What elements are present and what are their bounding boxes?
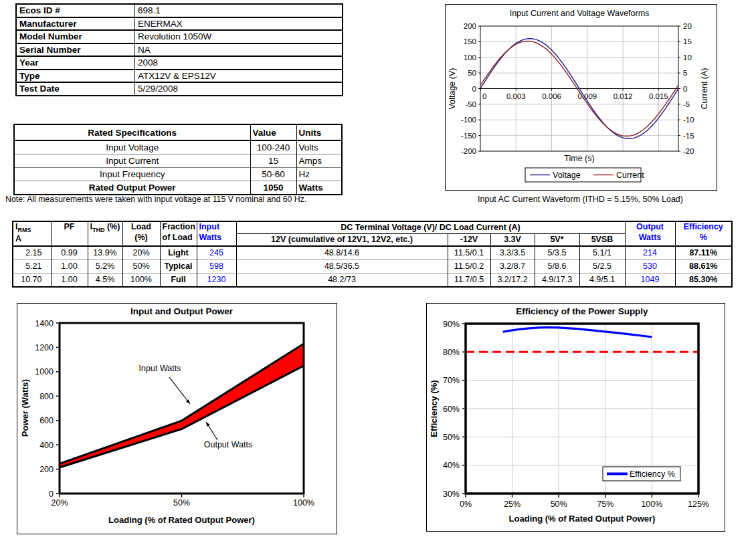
spec-units: Hz xyxy=(296,168,342,181)
svg-text:0.015: 0.015 xyxy=(649,92,668,100)
svg-text:10: 10 xyxy=(683,53,692,62)
load-value: 100% xyxy=(122,274,160,288)
svg-text:1000: 1000 xyxy=(35,367,54,377)
rail-3v3-value: 3.3/3.5 xyxy=(490,246,535,260)
measurement-note: Note: All measurements were taken with i… xyxy=(5,195,306,204)
info-label: Serial Number xyxy=(16,43,135,57)
svg-text:20%: 20% xyxy=(51,498,68,508)
efficiency-value: 85.30% xyxy=(675,274,732,288)
pf-value: 1.00 xyxy=(51,260,88,274)
fraction-value: Typical xyxy=(160,260,197,274)
svg-text:Efficiency %: Efficiency % xyxy=(630,469,675,479)
svg-text:50%: 50% xyxy=(443,433,460,442)
table-row: Ecos ID #698.1 xyxy=(16,4,343,17)
rail-neg12v-value: 11.5/0.1 xyxy=(448,246,490,260)
dc-terminal-header: DC Terminal Voltage (V)/ DC Load Current… xyxy=(236,221,625,234)
table-row: TypeATX12V & EPS12V xyxy=(16,70,343,83)
svg-text:800: 800 xyxy=(39,392,54,401)
input-watts-line xyxy=(60,344,304,463)
rail-12v-value: 48.2/73 xyxy=(236,274,448,288)
power-band xyxy=(60,344,304,467)
rail-5v-value: 5/8.6 xyxy=(535,260,579,274)
svg-text:50%: 50% xyxy=(173,498,190,508)
load-value: 20% xyxy=(122,246,160,260)
svg-text:-15: -15 xyxy=(683,132,694,140)
svg-text:50: 50 xyxy=(468,69,476,77)
efficiency-value: 88.61% xyxy=(675,260,732,274)
svg-text:150: 150 xyxy=(464,37,476,45)
rail-neg12v-value: 11.7/0.5 xyxy=(448,274,490,288)
irms-header: IRMSA xyxy=(13,221,51,246)
spec-value: 15 xyxy=(250,154,296,168)
irms-value: 5.21 xyxy=(13,260,51,274)
svg-text:400: 400 xyxy=(39,441,54,450)
table-header-row: Rated Specifications Value Units xyxy=(14,124,342,140)
irms-value: 10.70 xyxy=(13,274,51,288)
ithd-value: 5.2% xyxy=(88,260,122,274)
power-chart-box: 020040060080010001200140020%50%100%Input… xyxy=(17,303,337,534)
table-row: 5.21 1.00 5.2% 50% Typical 598 48.5/36.5… xyxy=(13,260,732,274)
efficiency-value: 87.11% xyxy=(675,246,732,260)
table-row: Test Date5/29/2008 xyxy=(16,82,343,96)
svg-text:Current: Current xyxy=(616,171,644,180)
ithd-header: ITHD (%) xyxy=(88,221,122,246)
rail-12v-value: 48.8/14.6 xyxy=(236,246,448,260)
info-label: Type xyxy=(16,70,135,83)
info-value: ATX12V & EPS12V xyxy=(135,70,343,83)
svg-text:-200: -200 xyxy=(461,147,476,155)
table-row: Year2008 xyxy=(16,56,343,70)
output-watts-value: 214 xyxy=(625,246,675,260)
spec-name: Input Current xyxy=(14,154,250,168)
table-row: 2.15 0.99 13.9% 20% Light 245 48.8/14.6 … xyxy=(13,246,732,260)
svg-text:1400: 1400 xyxy=(35,319,54,328)
svg-text:60%: 60% xyxy=(443,405,460,414)
rail-5vsb-value: 5.1/1 xyxy=(579,246,625,260)
rail-neg12v-value: 11.5/0.2 xyxy=(448,260,490,274)
svg-text:-50: -50 xyxy=(465,100,476,108)
efficiency-title: Efficiency of the Power Supply xyxy=(516,306,648,316)
svg-text:Input Watts: Input Watts xyxy=(139,364,181,373)
table-row: Model NumberRevolution 1050W xyxy=(16,30,343,43)
input-watts-header: InputWatts xyxy=(197,221,236,246)
ithd-value: 13.9% xyxy=(88,246,122,260)
waveform-legend: VoltageCurrent xyxy=(525,168,644,182)
waveform-chart-box: -200-150-100-50050100150200-20-15-10-505… xyxy=(445,4,717,191)
svg-text:-5: -5 xyxy=(683,100,690,108)
ithd-value: 4.5% xyxy=(88,274,122,288)
output-watts-value: 1049 xyxy=(625,274,675,288)
info-value: ENERMAX xyxy=(135,17,343,31)
value-header: Value xyxy=(250,124,296,140)
rail-3v3-value: 3.2/17.2 xyxy=(490,274,535,288)
psu-test-report-page: Ecos ID #698.1 ManufacturerENERMAX Model… xyxy=(0,0,756,537)
info-label: Test Date xyxy=(16,82,135,96)
load-header: Load(%) xyxy=(122,221,160,246)
info-value: 2008 xyxy=(135,56,343,70)
fraction-header: Fractionof Load xyxy=(160,221,197,246)
svg-text:15: 15 xyxy=(683,37,692,45)
output-watts-header: OutputWatts xyxy=(625,221,675,246)
svg-text:200: 200 xyxy=(464,22,476,30)
input-watts-value: 598 xyxy=(197,260,236,274)
waveform-ylabel-left: Voltage (V) xyxy=(448,68,457,110)
efficiency-curve xyxy=(503,327,652,336)
info-value: 5/29/2008 xyxy=(135,82,343,96)
rail-neg12v-header: -12V xyxy=(448,234,490,247)
efficiency-chart-box: 30%40%50%60%70%80%90%0%25%50%75%100%125%… xyxy=(426,303,725,532)
table-row: Serial NumberNA xyxy=(16,43,343,57)
svg-text:600: 600 xyxy=(39,416,54,425)
svg-text:5: 5 xyxy=(683,69,687,77)
spec-name: Rated Output Power xyxy=(14,181,250,195)
svg-text:0: 0 xyxy=(683,85,687,93)
table-row: Input Voltage100-240Volts xyxy=(14,140,342,154)
pf-value: 1.00 xyxy=(51,274,88,288)
info-label: Manufacturer xyxy=(16,17,135,31)
svg-text:0%: 0% xyxy=(460,500,472,509)
power-xlabel: Loading (% of Rated Output Power) xyxy=(108,515,255,525)
svg-text:Output Watts: Output Watts xyxy=(204,440,252,449)
spec-name: Input Frequency xyxy=(14,168,250,181)
table-row: 10.70 1.00 4.5% 100% Full 1230 48.2/73 1… xyxy=(13,274,732,288)
waveform-chart: -200-150-100-50050100150200-20-15-10-505… xyxy=(446,5,717,190)
efficiency-ylabel: Efficiency (%) xyxy=(429,380,439,437)
svg-text:40%: 40% xyxy=(443,461,460,470)
pf-header: PF xyxy=(51,221,88,246)
